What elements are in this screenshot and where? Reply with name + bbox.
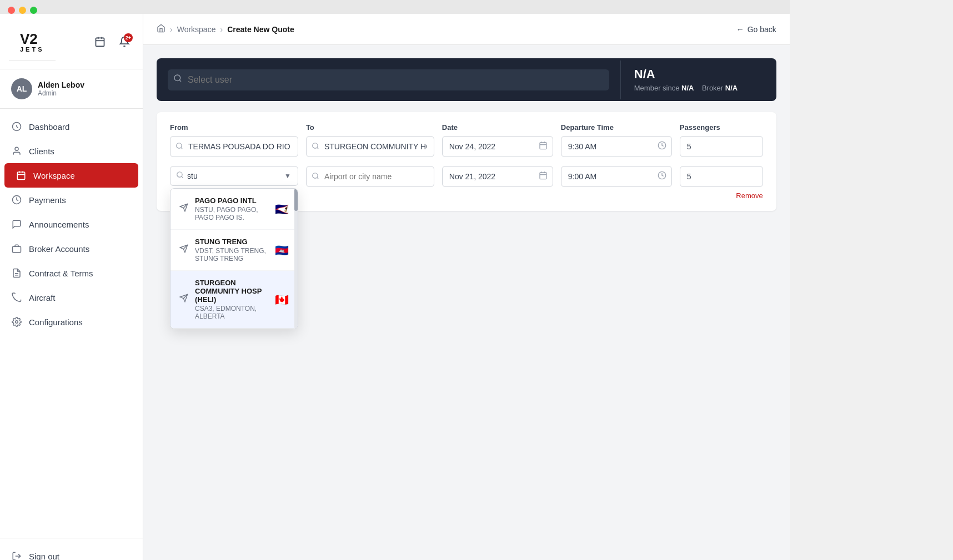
sidebar-item-broker-accounts[interactable]: Broker Accounts [0, 236, 143, 261]
sidebar-item-sign-out[interactable]: Sign out [0, 544, 143, 560]
passengers-col-2: Remove [680, 166, 763, 200]
user-na-label: N/A [634, 67, 763, 82]
date-col-2 [442, 166, 553, 187]
maximize-dot[interactable] [30, 7, 37, 14]
svg-point-27 [177, 172, 182, 177]
stung-treng-name: STUNG TRENG [195, 238, 268, 246]
workspace-icon [16, 170, 27, 181]
col-time: Departure Time [561, 123, 672, 132]
sidebar-item-workspace[interactable]: Workspace [4, 163, 138, 188]
passengers-input-1[interactable] [680, 136, 763, 157]
breadcrumb-workspace[interactable]: Workspace [177, 25, 216, 34]
sidebar-item-configurations[interactable]: Configurations [0, 310, 143, 334]
window-chrome [0, 0, 790, 14]
svg-point-16 [174, 75, 180, 81]
sidebar-item-clients[interactable]: Clients [0, 139, 143, 163]
breadcrumb: › Workspace › Create New Quote [157, 24, 294, 34]
stung-treng-sub: VDST, STUNG TRENG, STUNG TRENG [195, 247, 268, 263]
plane-icon-pago-pago [179, 203, 188, 215]
dropdown-item-sturgeon[interactable]: STURGEON COMMUNITY HOSP (HELI) CSA3, EDM… [170, 271, 298, 329]
col-passengers: Passengers [680, 123, 763, 132]
svg-rect-11 [13, 246, 21, 253]
to-field-2 [306, 166, 434, 187]
from-input-1[interactable] [170, 136, 298, 157]
sidebar-item-dashboard-label: Dashboard [29, 122, 69, 132]
notification-button[interactable]: 2+ [115, 32, 134, 51]
dropdown-chevron-icon[interactable]: ▼ [284, 172, 291, 180]
from-dropdown-trigger[interactable]: ▼ [170, 166, 298, 186]
notification-badge: 2+ [124, 33, 133, 42]
dropdown-search-icon [176, 171, 184, 181]
plane-icon-sturgeon [179, 294, 188, 305]
broker-icon [11, 243, 22, 254]
form-headers: From To Date Departure Time Passengers [170, 123, 763, 132]
sidebar-item-announcements[interactable]: Announcements [0, 212, 143, 236]
svg-point-5 [15, 147, 18, 150]
sidebar-item-payments-label: Payments [29, 195, 66, 205]
logo-name: V2 [20, 32, 44, 46]
sidebar-item-aircraft[interactable]: Aircraft [0, 285, 143, 310]
user-name: Alden Lebov [38, 80, 84, 89]
time-field-2 [561, 166, 672, 187]
from-dropdown-container: ▼ [170, 166, 298, 186]
sidebar-item-contract-terms[interactable]: Contract & Terms [0, 261, 143, 285]
sidebar-bottom: Sign out [0, 538, 143, 560]
passengers-input-2[interactable] [680, 166, 763, 187]
dropdown-scrollbar-track [294, 189, 298, 329]
svg-rect-6 [17, 172, 25, 180]
main-nav: Dashboard Clients [0, 109, 143, 538]
breadcrumb-sep1: › [170, 25, 173, 34]
announcements-icon [11, 219, 22, 230]
remove-row-button[interactable]: Remove [680, 191, 763, 200]
signout-icon [11, 551, 22, 560]
svg-rect-0 [96, 38, 104, 46]
form-row-2: ▼ [170, 166, 763, 200]
user-profile: AL Alden Lebov Admin [0, 69, 143, 109]
from-field-1 [170, 136, 298, 157]
breadcrumb-current: Create New Quote [227, 25, 294, 34]
minimize-dot[interactable] [19, 7, 26, 14]
date-field-2 [442, 166, 553, 187]
sturgeon-flag: 🇨🇦 [275, 293, 289, 306]
user-search-input[interactable] [168, 69, 609, 90]
dropdown-item-pago-pago[interactable]: PAGO PAGO INTL NSTU, PAGO PAGO, PAGO PAG… [170, 189, 298, 230]
person-icon [11, 145, 22, 157]
sidebar: V2 JETS 2+ [0, 14, 143, 560]
sidebar-item-dashboard[interactable]: Dashboard [0, 114, 143, 139]
logo-sub: JETS [20, 46, 44, 53]
col-to: To [306, 123, 434, 132]
sidebar-item-payments[interactable]: Payments [0, 188, 143, 212]
sidebar-item-workspace-label: Workspace [33, 171, 75, 180]
payments-icon [11, 194, 22, 205]
calendar-button[interactable] [91, 32, 109, 51]
breadcrumb-sep2: › [220, 25, 223, 34]
from-input-2[interactable] [187, 171, 284, 180]
time-input-1[interactable] [561, 136, 672, 157]
logo: V2 JETS [9, 22, 56, 61]
sidebar-item-broker-accounts-label: Broker Accounts [29, 244, 89, 254]
content-area: N/A Member since N/A Broker N/A [143, 45, 790, 560]
to-input-1[interactable] [306, 136, 434, 157]
sturgeon-sub: CSA3, EDMONTON, ALBERTA [195, 305, 268, 320]
svg-line-28 [182, 176, 183, 178]
pago-pago-name: PAGO PAGO INTL [195, 196, 268, 205]
sidebar-item-configurations-label: Configurations [29, 317, 83, 327]
sidebar-item-sign-out-label: Sign out [29, 552, 59, 561]
date-field-1 [442, 136, 553, 157]
to-input-2[interactable] [306, 166, 434, 187]
home-icon[interactable] [157, 24, 165, 34]
time-input-2[interactable] [561, 166, 672, 187]
sidebar-item-contract-terms-label: Contract & Terms [29, 269, 93, 278]
to-field-1 [306, 136, 434, 157]
stung-treng-flag: 🇰🇭 [275, 244, 289, 257]
close-dot[interactable] [8, 7, 15, 14]
date-input-2[interactable] [442, 166, 553, 187]
date-input-1[interactable] [442, 136, 553, 157]
dropdown-item-stung-treng[interactable]: STUNG TRENG VDST, STUNG TRENG, STUNG TRE… [170, 230, 298, 271]
sidebar-item-clients-label: Clients [29, 147, 54, 156]
time-col-2 [561, 166, 672, 187]
go-back-button[interactable]: ← Go back [736, 25, 776, 34]
user-search-area [157, 60, 621, 99]
user-info-area: N/A Member since N/A Broker N/A [621, 58, 776, 101]
avatar: AL [11, 78, 32, 99]
